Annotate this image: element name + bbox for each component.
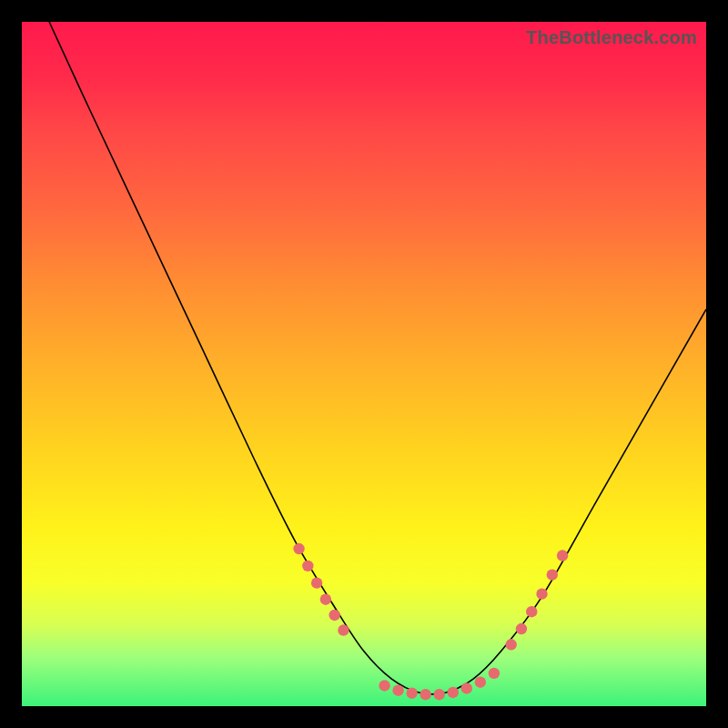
marker-dot <box>392 685 403 696</box>
plot-area: TheBottleneck.com <box>22 22 706 706</box>
marker-dot <box>489 668 500 679</box>
marker-dot <box>475 676 486 687</box>
marker-dot <box>448 687 459 698</box>
marker-dot <box>311 577 322 588</box>
marker-dot <box>420 689 430 700</box>
bottleneck-curve <box>49 22 706 694</box>
marker-dot <box>302 561 313 571</box>
marker-dot <box>320 593 331 604</box>
marker-dot <box>379 680 389 691</box>
marker-layer <box>293 543 568 701</box>
marker-dot <box>557 550 568 561</box>
marker-dot <box>293 543 304 554</box>
marker-dot <box>406 688 417 699</box>
marker-dot <box>536 588 547 599</box>
marker-dot <box>526 606 537 617</box>
chart-svg <box>22 22 706 706</box>
marker-dot <box>505 639 516 650</box>
marker-dot <box>516 623 527 634</box>
chart-frame: TheBottleneck.com <box>0 0 728 728</box>
marker-dot <box>338 624 349 635</box>
marker-dot <box>547 569 558 580</box>
marker-dot <box>434 689 445 700</box>
marker-dot <box>461 682 472 693</box>
marker-dot <box>329 610 339 621</box>
